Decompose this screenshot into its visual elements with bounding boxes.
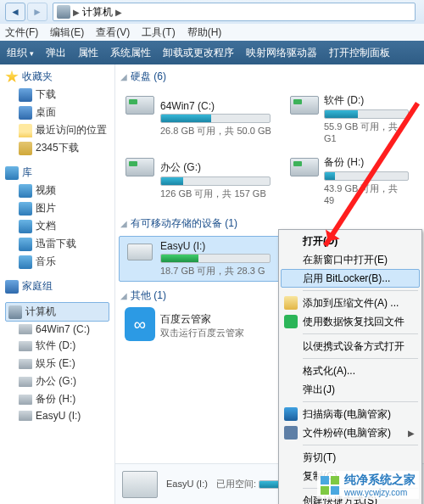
toolbar-sysprops[interactable]: 系统属性 [110, 46, 151, 60]
sidebar-item-pictures[interactable]: 图片 [5, 199, 109, 217]
folder-icon [19, 142, 32, 155]
sidebar-drive-g[interactable]: 办公 (G:) [5, 372, 109, 390]
sidebar-drive-c[interactable]: 64Win7 (C:) [5, 322, 109, 337]
ctx-open-new-window[interactable]: 在新窗口中打开(E) [281, 250, 420, 269]
menu-bar: 文件(F) 编辑(E) 查看(V) 工具(T) 帮助(H) [0, 24, 424, 41]
drive-icon [19, 359, 32, 369]
drive-icon [290, 96, 319, 115]
ctx-eject[interactable]: 弹出(J) [281, 380, 420, 399]
drive-name: 64Win7 (C:) [160, 100, 278, 112]
sidebar-drive-d[interactable]: 软件 (D:) [5, 337, 109, 355]
ctx-format[interactable]: 格式化(A)... [281, 361, 420, 380]
toolbar-cpanel[interactable]: 打开控制面板 [329, 46, 390, 60]
toolbar-mapdrive[interactable]: 映射网络驱动器 [246, 46, 317, 60]
sidebar-drive-e[interactable]: 娱乐 (E:) [5, 355, 109, 372]
drive-h[interactable]: 备份 (H:) 43.9 GB 可用，共 49 [284, 151, 411, 210]
menu-tools[interactable]: 工具(T) [142, 25, 175, 40]
video-icon [19, 184, 32, 198]
sidebar-item-2345[interactable]: 2345下载 [5, 139, 109, 157]
drive-stat: 18.7 GB 可用，共 28.3 G [160, 265, 278, 277]
chevron-icon: ▶ [113, 8, 125, 17]
menu-edit[interactable]: 编辑(E) [50, 25, 84, 40]
drive-stat: 26.8 GB 可用，共 50.0 GB [160, 125, 278, 137]
section-hdd[interactable]: ◢硬盘 (6) [115, 64, 424, 87]
drive-stat: 126 GB 可用，共 157 GB [160, 188, 278, 200]
drive-name: EasyU (I:) [160, 240, 278, 252]
chevron-down-icon: ◢ [120, 219, 127, 228]
separator [303, 445, 418, 445]
toolbar-properties[interactable]: 属性 [78, 46, 98, 60]
watermark-logo-icon [321, 476, 339, 495]
star-icon [5, 70, 19, 84]
chevron-icon: ▶ [70, 8, 82, 17]
sidebar-item-downloads[interactable]: 下载 [5, 86, 109, 104]
drive-icon [126, 96, 154, 115]
sidebar-drive-h[interactable]: 备份 (H:) [5, 390, 109, 408]
drive-icon [19, 411, 32, 421]
archive-icon [284, 296, 298, 310]
drive-c[interactable]: 64Win7 (C:) 26.8 GB 可用，共 50.0 GB [119, 89, 284, 148]
drive-icon [19, 377, 32, 387]
music-icon [19, 255, 32, 269]
nav-forward-button[interactable]: ► [27, 3, 47, 21]
drive-name: 备份 (H:) [324, 155, 409, 170]
usage-gauge [324, 109, 409, 119]
sidebar-homegroup[interactable]: 家庭组 [5, 277, 109, 295]
sidebar-item-documents[interactable]: 文档 [5, 217, 109, 235]
drive-g[interactable]: 办公 (G:) 126 GB 可用，共 157 GB [119, 151, 284, 210]
ctx-data-recovery[interactable]: 使用数据恢复找回文件 [281, 312, 420, 331]
toolbar-organize[interactable]: 组织 [7, 46, 34, 60]
ctx-portable-device[interactable]: 以便携式设备方式打开 [281, 337, 420, 356]
ctx-scan-virus[interactable]: 扫描病毒(电脑管家) [281, 405, 420, 423]
sidebar-computer[interactable]: 计算机 [5, 302, 109, 322]
recover-icon [284, 315, 298, 328]
separator [303, 333, 418, 334]
item-sub: 双击运行百度云管家 [160, 327, 278, 339]
folder-icon [19, 124, 32, 137]
sidebar-item-videos[interactable]: 视频 [5, 182, 109, 199]
desktop-icon [19, 106, 32, 120]
ctx-cut[interactable]: 剪切(T) [281, 448, 420, 467]
sidebar-item-music[interactable]: 音乐 [5, 253, 109, 271]
computer-icon [57, 5, 70, 19]
drive-icon [19, 395, 32, 405]
menu-file[interactable]: 文件(F) [5, 25, 38, 40]
sidebar-item-desktop[interactable]: 桌面 [5, 104, 109, 121]
titlebar: ◄ ► ▶ 计算机 ▶ [0, 0, 424, 24]
drive-name: 软件 (D:) [324, 93, 409, 108]
baidu-cloud-item[interactable]: ∞ 百度云管家 双击运行百度云管家 [119, 308, 284, 344]
watermark-title: 纯净系统之家 [344, 473, 416, 488]
menu-view[interactable]: 查看(V) [96, 25, 130, 40]
nav-back-button[interactable]: ◄ [5, 3, 25, 21]
library-icon [5, 166, 19, 180]
sidebar-favorites[interactable]: 收藏夹 [5, 68, 109, 86]
address-bar[interactable]: ▶ 计算机 ▶ [53, 3, 416, 21]
chevron-right-icon: ▶ [408, 428, 415, 438]
used-label: 已用空间: [216, 479, 256, 489]
drive-i[interactable]: EasyU (I:) 18.7 GB 可用，共 28.3 G [119, 236, 284, 282]
picture-icon [19, 202, 32, 216]
detail-name: EasyU (I:) [166, 478, 208, 490]
usage-gauge [160, 176, 271, 186]
sidebar-drive-i[interactable]: EasyU (I:) [5, 408, 109, 423]
drive-icon [19, 341, 32, 351]
toolbar: 组织 弹出 属性 系统属性 卸载或更改程序 映射网络驱动器 打开控制面板 [0, 41, 424, 64]
download-icon [19, 88, 32, 102]
ctx-enable-bitlocker[interactable]: 启用 BitLocker(B)... [281, 269, 420, 288]
ctx-add-to-archive[interactable]: 添加到压缩文件(A) ... [281, 294, 420, 312]
sidebar-item-xunlei[interactable]: 迅雷下载 [5, 235, 109, 253]
toolbar-uninstall[interactable]: 卸载或更改程序 [163, 46, 234, 60]
baidu-cloud-icon: ∞ [125, 307, 155, 341]
chevron-down-icon: ◢ [120, 291, 127, 300]
toolbar-eject[interactable]: 弹出 [46, 46, 66, 60]
sidebar-libraries[interactable]: 库 [5, 164, 109, 182]
computer-icon [8, 305, 22, 319]
item-name: 百度云管家 [160, 312, 278, 327]
usage-gauge [160, 254, 271, 263]
separator [303, 358, 418, 359]
ctx-file-shred[interactable]: 文件粉碎(电脑管家)▶ [281, 423, 420, 442]
ctx-open[interactable]: 打开(O) [281, 232, 420, 250]
sidebar: 收藏夹 下载 桌面 最近访问的位置 2345下载 库 视频 图片 文档 迅雷下载… [0, 64, 115, 504]
sidebar-item-recent[interactable]: 最近访问的位置 [5, 121, 109, 139]
menu-help[interactable]: 帮助(H) [187, 25, 222, 40]
